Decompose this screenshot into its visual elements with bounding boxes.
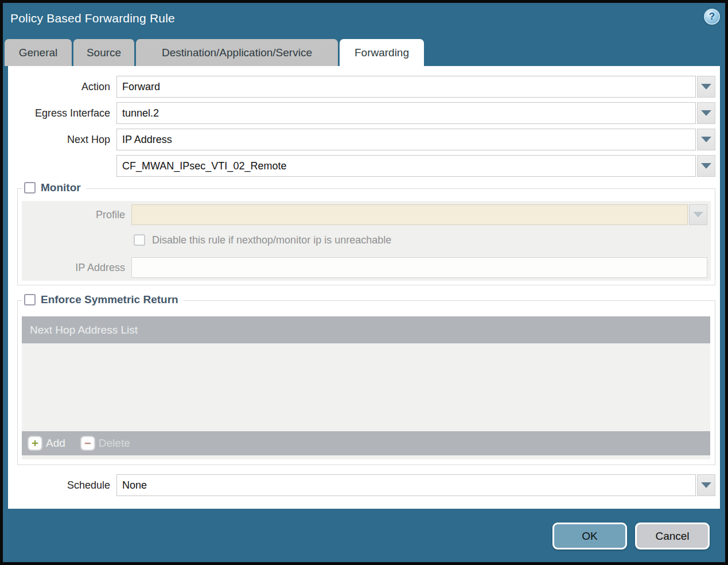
plus-icon: + [29, 437, 41, 450]
next-hop-address-list-toolbar: + Add − Delete [22, 431, 710, 455]
next-hop-address-list-body[interactable] [22, 343, 710, 431]
monitor-checkbox[interactable] [24, 182, 36, 194]
disable-rule-label: Disable this rule if nexthop/monitor ip … [152, 234, 391, 246]
next-hop-address-input[interactable] [116, 155, 696, 177]
egress-interface-label: Egress Interface [8, 102, 116, 124]
disable-rule-checkbox [134, 234, 145, 246]
forwarding-tab-panel: Action Egress Interface Next Hop [8, 66, 720, 509]
schedule-label: Schedule [8, 474, 116, 496]
next-hop-address-label-spacer [8, 155, 116, 177]
monitor-ip-address-row: IP Address [22, 257, 707, 278]
monitor-fieldset: Monitor Profile Disable this rule if nex… [17, 188, 715, 285]
monitor-profile-label: Profile [22, 204, 131, 225]
chevron-down-icon [693, 212, 703, 218]
tab-destination-application-service[interactable]: Destination/Application/Service [136, 39, 338, 66]
add-button[interactable]: + Add [29, 437, 65, 450]
tab-bar: General Source Destination/Application/S… [5, 39, 424, 66]
delete-button: − Delete [81, 437, 130, 450]
monitor-panel: Profile Disable this rule if nexthop/mon… [22, 201, 711, 281]
enforce-symmetric-return-legend-label: Enforce Symmetric Return [41, 293, 178, 306]
minus-icon: − [81, 437, 94, 450]
schedule-row: Schedule [8, 474, 715, 496]
schedule-input[interactable] [116, 474, 696, 496]
monitor-disable-rule-row: Disable this rule if nexthop/monitor ip … [134, 232, 391, 248]
action-label: Action [8, 76, 116, 98]
ok-button[interactable]: OK [552, 523, 627, 549]
enforce-symmetric-return-legend: Enforce Symmetric Return [22, 293, 184, 306]
next-hop-address-row [8, 155, 715, 177]
next-hop-address-list-table: Next Hop Address List + Add − Delete [22, 316, 710, 459]
chevron-down-icon [701, 110, 711, 116]
next-hop-type-dropdown-button[interactable] [697, 129, 715, 150]
chevron-down-icon [701, 84, 711, 90]
tab-forwarding[interactable]: Forwarding [340, 39, 424, 66]
action-input[interactable] [116, 76, 696, 98]
help-icon[interactable]: ? [704, 9, 720, 25]
chevron-down-icon [701, 163, 711, 169]
tab-source[interactable]: Source [73, 39, 134, 66]
chevron-down-icon [701, 482, 711, 488]
monitor-legend-label: Monitor [41, 181, 81, 194]
enforce-symmetric-return-checkbox[interactable] [24, 294, 36, 305]
policy-based-forwarding-dialog: Policy Based Forwarding Rule ? General S… [0, 0, 728, 565]
tab-general[interactable]: General [5, 39, 72, 66]
schedule-dropdown-button[interactable] [697, 474, 715, 496]
next-hop-row: Next Hop [8, 129, 715, 150]
action-dropdown-button[interactable] [697, 76, 715, 98]
delete-button-label: Delete [99, 437, 130, 450]
enforce-symmetric-return-fieldset: Enforce Symmetric Return Next Hop Addres… [17, 300, 715, 465]
monitor-legend: Monitor [22, 181, 86, 194]
next-hop-type-input[interactable] [116, 129, 696, 150]
next-hop-address-dropdown-button[interactable] [697, 155, 715, 177]
monitor-profile-input [131, 204, 688, 225]
monitor-ip-address-label: IP Address [22, 257, 131, 278]
action-row: Action [8, 76, 715, 98]
next-hop-address-list-header: Next Hop Address List [22, 316, 710, 343]
egress-interface-input[interactable] [116, 102, 696, 124]
dialog-title: Policy Based Forwarding Rule [10, 11, 175, 25]
monitor-profile-row: Profile [22, 204, 707, 225]
monitor-profile-dropdown-button [689, 204, 707, 225]
egress-interface-dropdown-button[interactable] [697, 102, 715, 124]
egress-interface-row: Egress Interface [8, 102, 715, 124]
next-hop-label: Next Hop [8, 129, 116, 150]
cancel-button[interactable]: Cancel [635, 523, 710, 549]
table-bottom-strip [22, 455, 710, 459]
monitor-ip-address-input [131, 257, 707, 278]
chevron-down-icon [701, 137, 711, 142]
add-button-label: Add [46, 437, 65, 450]
